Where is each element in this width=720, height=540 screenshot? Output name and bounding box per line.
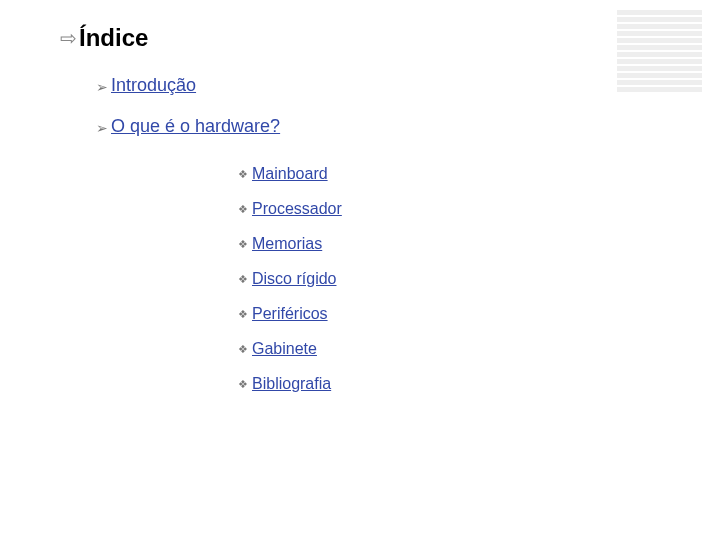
title-row: ⇨ Índice: [60, 24, 148, 52]
diamond-icon: ❖: [238, 378, 248, 391]
toc-item-memorias[interactable]: ❖ Memorias: [238, 235, 342, 253]
diamond-icon: ❖: [238, 308, 248, 321]
link-gabinete[interactable]: Gabinete: [252, 340, 317, 358]
link-hardware[interactable]: O que é o hardware?: [111, 116, 280, 137]
toc-sublist: ❖ Mainboard ❖ Processador ❖ Memorias ❖ D…: [238, 165, 342, 410]
link-introducao[interactable]: Introdução: [111, 75, 196, 96]
toc-item-perifericos[interactable]: ❖ Periféricos: [238, 305, 342, 323]
page-title: Índice: [79, 24, 148, 52]
toc-item-bibliografia[interactable]: ❖ Bibliografia: [238, 375, 342, 393]
toc-item-gabinete[interactable]: ❖ Gabinete: [238, 340, 342, 358]
diamond-icon: ❖: [238, 273, 248, 286]
chevron-right-icon: ➢: [96, 79, 108, 95]
link-disco[interactable]: Disco rígido: [252, 270, 336, 288]
decorative-stripes: [617, 10, 702, 94]
link-memorias[interactable]: Memorias: [252, 235, 322, 253]
link-processador[interactable]: Processador: [252, 200, 342, 218]
arrow-right-icon: ⇨: [60, 28, 77, 48]
diamond-icon: ❖: [238, 238, 248, 251]
link-mainboard[interactable]: Mainboard: [252, 165, 328, 183]
toc-item-hardware[interactable]: ➢ O que é o hardware?: [96, 116, 280, 137]
link-perifericos[interactable]: Periféricos: [252, 305, 328, 323]
diamond-icon: ❖: [238, 168, 248, 181]
toc-item-disco[interactable]: ❖ Disco rígido: [238, 270, 342, 288]
toc-item-mainboard[interactable]: ❖ Mainboard: [238, 165, 342, 183]
toc-item-introducao[interactable]: ➢ Introdução: [96, 75, 196, 96]
slide: ⇨ Índice ➢ Introdução ➢ O que é o hardwa…: [0, 0, 720, 540]
toc-item-processador[interactable]: ❖ Processador: [238, 200, 342, 218]
link-bibliografia[interactable]: Bibliografia: [252, 375, 331, 393]
diamond-icon: ❖: [238, 343, 248, 356]
diamond-icon: ❖: [238, 203, 248, 216]
chevron-right-icon: ➢: [96, 120, 108, 136]
